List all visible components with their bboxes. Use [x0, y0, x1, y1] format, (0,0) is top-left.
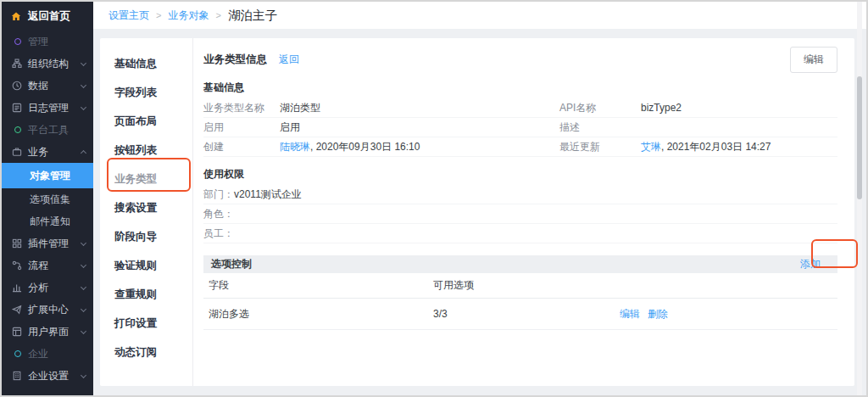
basic-info-heading: 基础信息 — [203, 81, 837, 95]
tab-search-settings[interactable]: 搜索设置 — [100, 193, 192, 222]
permission-value: v2011测试企业 — [234, 187, 302, 202]
field-value: 艾琳, 2021年02月03日 14:27 — [641, 140, 837, 154]
sidebar-item-label: 日志管理 — [28, 101, 69, 115]
field-label: 创建 — [203, 140, 280, 154]
sidebar-home-link[interactable]: 返回首页 — [2, 2, 93, 31]
tab-dynamic-subscription[interactable]: 动态订阅 — [100, 338, 192, 366]
sidebar-subitem-object-management[interactable]: 对象管理 — [2, 163, 93, 188]
option-available-count: 3/3 — [433, 308, 620, 320]
tab-business-type[interactable]: 业务类型 — [100, 165, 192, 193]
tab-validation-rules[interactable]: 验证规则 — [100, 251, 192, 280]
field-label: 启用 — [203, 120, 280, 135]
option-field-name: 湖泊多选 — [209, 307, 433, 322]
row-delete-link[interactable]: 删除 — [648, 307, 668, 322]
sidebar-item-label: 用户界面 — [28, 325, 69, 339]
field-value: 陆晓琳, 2020年09月30日 16:10 — [280, 140, 559, 154]
chevron-down-icon — [81, 283, 86, 289]
breadcrumb: 设置主页 > 业务对象 > 湖泊主子 — [93, 2, 866, 29]
sidebar-item-label: 分析 — [28, 281, 48, 295]
tab-stage-wizard[interactable]: 阶段向导 — [100, 222, 192, 251]
sidebar-item-label: 企业 — [28, 347, 48, 361]
scrollbar-thumb[interactable] — [857, 76, 862, 199]
back-link[interactable]: 返回 — [279, 53, 299, 67]
field-label: 业务类型名称 — [203, 101, 280, 115]
add-link[interactable]: 添加 — [800, 257, 821, 271]
sidebar-item-data[interactable]: 数据 — [2, 75, 93, 97]
sidebar-item-platform-tools[interactable]: 平台工具 — [2, 119, 93, 141]
detail-tabs: 基础信息 字段列表 页面布局 按钮列表 业务类型 搜索设置 阶段向导 验证规则 … — [100, 38, 193, 386]
row-actions: 编辑 删除 — [620, 307, 837, 322]
sidebar-home-label: 返回首页 — [28, 9, 70, 24]
updater-user-link[interactable]: 艾琳 — [641, 141, 661, 153]
tab-dedupe-rules[interactable]: 查重规则 — [100, 280, 192, 309]
tab-button-list[interactable]: 按钮列表 — [100, 136, 192, 165]
sidebar-subitem-label: 邮件通知 — [30, 215, 70, 229]
sidebar-subitem-option-value-set[interactable]: 选项值集 — [2, 188, 93, 210]
platform-tools-ring-icon — [12, 125, 22, 135]
page-title: 湖泊主子 — [228, 8, 277, 24]
tab-basic-info[interactable]: 基础信息 — [100, 49, 192, 78]
building-icon — [12, 371, 22, 381]
breadcrumb-business-objects[interactable]: 业务对象 — [168, 8, 209, 23]
sidebar-item-log-management[interactable]: 日志管理 — [2, 97, 93, 119]
sidebar-subitem-email-notification[interactable]: 邮件通知 — [2, 210, 93, 232]
column-header-available-options: 可用选项 — [433, 278, 620, 293]
breadcrumb-separator: > — [156, 10, 161, 20]
section-title: 业务类型信息 — [203, 53, 267, 67]
sidebar-item-label: 组织结构 — [28, 57, 69, 71]
chevron-down-icon — [81, 81, 86, 87]
sidebar-subitem-label: 选项值集 — [30, 193, 70, 207]
sidebar-item-label: 扩展中心 — [28, 303, 69, 317]
sidebar-item-extension-center[interactable]: 扩展中心 — [2, 299, 93, 321]
field-label: 描述 — [559, 120, 641, 135]
field-value: bizType2 — [641, 102, 837, 114]
bar-chart-icon — [12, 282, 22, 293]
chevron-down-icon — [81, 261, 86, 267]
sidebar-item-enterprise-settings[interactable]: 企业设置 — [2, 365, 93, 387]
org-structure-icon — [12, 59, 22, 69]
permission-list: 部门： v2011测试企业 角色： 员工： — [203, 185, 837, 243]
sidebar-item-user-interface[interactable]: 用户界面 — [2, 321, 93, 343]
clock-icon — [12, 81, 22, 91]
sidebar-item-label: 插件管理 — [28, 237, 69, 251]
field-row: 启用 启用 描述 — [203, 118, 837, 137]
sidebar-item-workflow[interactable]: 流程 — [2, 254, 93, 277]
permission-row-role: 角色： — [203, 204, 837, 224]
sidebar-item-org-structure[interactable]: 组织结构 — [2, 53, 93, 75]
creator-user-link[interactable]: 陆晓琳 — [280, 141, 310, 153]
permission-row-employee: 员工： — [203, 224, 837, 243]
sidebar-item-analysis[interactable]: 分析 — [2, 277, 93, 299]
field-label: API名称 — [559, 101, 641, 115]
created-datetime: , 2020年09月30日 16:10 — [310, 141, 420, 153]
plugin-grid-icon — [12, 238, 22, 249]
permission-row-department: 部门： v2011测试企业 — [203, 185, 837, 204]
option-table-header: 字段 可用选项 — [203, 273, 837, 299]
sidebar-item-admin[interactable]: 管理 — [2, 31, 93, 53]
field-row: 业务类型名称 湖泊类型 API名称 bizType2 — [203, 98, 837, 118]
sidebar-item-plugin-management[interactable]: 插件管理 — [2, 232, 93, 254]
table-row: 湖泊多选 3/3 编辑 删除 — [203, 299, 837, 330]
vertical-scrollbar[interactable] — [857, 2, 862, 395]
sidebar-item-label: 管理 — [28, 35, 48, 49]
column-header-field: 字段 — [209, 278, 433, 293]
sidebar-item-label: 流程 — [28, 259, 48, 273]
sidebar-item-enterprise[interactable]: 企业 — [2, 343, 93, 365]
permission-label: 角色： — [203, 207, 234, 221]
field-label: 最近更新 — [559, 140, 641, 154]
tab-print-settings[interactable]: 打印设置 — [100, 309, 192, 338]
sidebar-subitem-label: 对象管理 — [30, 169, 70, 183]
basic-info-grid: 业务类型名称 湖泊类型 API名称 bizType2 启用 启用 描述 — [203, 98, 837, 157]
row-edit-link[interactable]: 编辑 — [620, 307, 640, 322]
breadcrumb-settings-home[interactable]: 设置主页 — [108, 8, 149, 23]
tab-page-layout[interactable]: 页面布局 — [100, 107, 192, 136]
sidebar-item-label: 企业设置 — [28, 369, 69, 383]
tab-field-list[interactable]: 字段列表 — [100, 78, 192, 107]
app-window: 返回首页 管理 组织结构 数据 日志管理 — [0, 0, 868, 397]
sidebar-item-label: 数据 — [28, 79, 48, 93]
sidebar-item-label: 业务 — [28, 145, 48, 159]
log-icon — [12, 103, 22, 113]
main-sidebar: 返回首页 管理 组织结构 数据 日志管理 — [2, 2, 93, 395]
sidebar-item-business[interactable]: 业务 — [2, 141, 93, 163]
edit-button[interactable]: 编辑 — [790, 47, 837, 73]
page-body: 基础信息 字段列表 页面布局 按钮列表 业务类型 搜索设置 阶段向导 验证规则 … — [93, 29, 866, 395]
